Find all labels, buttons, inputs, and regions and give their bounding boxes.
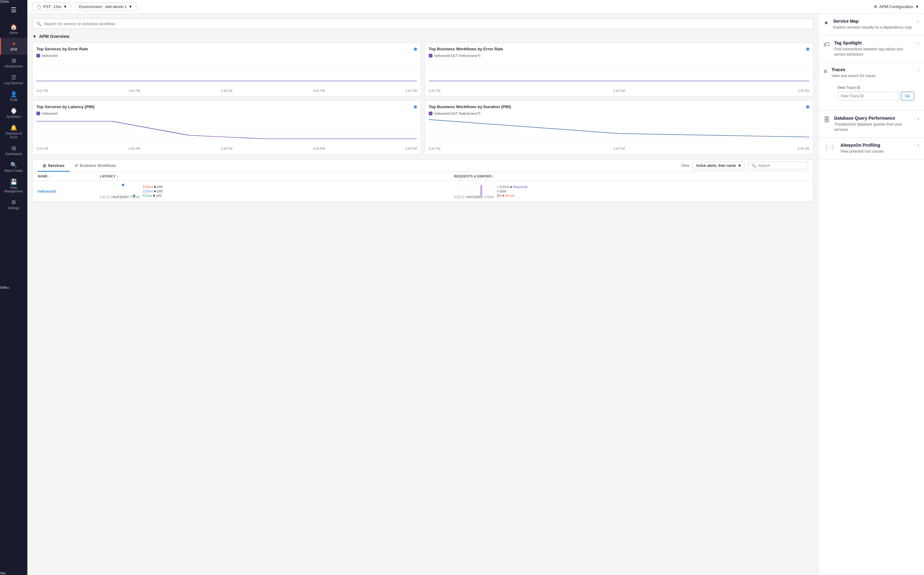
- section-title: APM Overview: [39, 34, 69, 39]
- requests-mini-chart: 4:32:12 PM TODAY 4:47:22 PM TODAY: [454, 183, 494, 199]
- tab-services[interactable]: ◎ Services: [38, 160, 70, 172]
- right-panel-traces[interactable]: ≡ Traces View and search for traces › Vi…: [819, 62, 924, 111]
- tag-spotlight-icon: 🏷: [824, 41, 830, 48]
- view-select-dropdown[interactable]: Active alerts, then name ▼: [692, 162, 745, 170]
- business-workflows-tab-label: Business Workflows: [80, 163, 116, 168]
- p90-value: 210ms ■ p90: [143, 189, 162, 193]
- alwayson-profiling-icon: ⋮⋮: [824, 143, 836, 151]
- alwayson-profiling-arrow-icon: ›: [918, 143, 919, 148]
- alwayson-profiling-desc: View potential root causes: [840, 149, 913, 154]
- latency-cell: 4:32:12 PM TODAY 4:47:22 PM TODAY 214ms …: [100, 183, 454, 199]
- right-panel-database-query-content: Database Query Performance Troubleshoot …: [834, 116, 913, 132]
- svg-point-12: [122, 184, 124, 186]
- environment-label: Environment : otel-derek-1: [79, 4, 127, 9]
- services-search-bar[interactable]: 🔍: [748, 162, 808, 170]
- chart-top-bw-error: Top Business Workflows by Error Rate hel…: [425, 43, 813, 97]
- gear-icon: ⚙: [874, 4, 877, 9]
- chart-area: [37, 118, 417, 146]
- chart-legend: helloworld:GET /hello/{name?}: [429, 111, 809, 115]
- chart-top-bw-duration: Top Business Workflows by Duration (P90)…: [425, 100, 813, 154]
- chart-top-services-latency: Top Services by Latency (P90) helloworld…: [32, 100, 421, 154]
- legend-color-swatch: [37, 111, 40, 115]
- charts-grid: Top Services by Error Rate helloworld 10…: [32, 43, 813, 154]
- right-panel-service-map[interactable]: ✦ Service Map Explore services visually …: [819, 14, 924, 35]
- service-map-arrow-icon: ›: [918, 19, 919, 24]
- legend-label: helloworld:GET /hello/{name?}: [434, 54, 480, 57]
- right-panel: ✦ Service Map Explore services visually …: [818, 14, 924, 575]
- col-name[interactable]: NAME ↑: [38, 175, 100, 178]
- chart-top-services-error: Top Services by Error Rate helloworld 10…: [32, 43, 421, 97]
- col-requests-errors[interactable]: REQUESTS & ERRORS ↓: [454, 175, 808, 178]
- service-search-input[interactable]: [44, 21, 809, 26]
- env-chevron-icon: ▼: [129, 4, 132, 9]
- trace-id-input[interactable]: [837, 92, 899, 100]
- database-query-arrow-icon: ›: [918, 116, 919, 121]
- alwayson-profiling-title: AlwaysOn Profiling: [840, 143, 913, 148]
- chart-x-labels: 4:45 PM 4:45 PM 4:46 PM 4:46 PM 4:46 PM: [37, 89, 417, 93]
- chart-area: [429, 60, 809, 88]
- traces-arrow-icon: ›: [918, 67, 919, 73]
- service-map-title: Service Map: [833, 19, 913, 24]
- topbar: 🕐 PST -15m ▼ Environment : otel-derek-1 …: [27, 0, 924, 14]
- traces-icon: ≡: [824, 68, 827, 75]
- requests-cell: 4:32:12 PM TODAY 4:47:22 PM TODAY < 0.01…: [454, 183, 808, 199]
- service-map-desc: Explore services visually on a dependenc…: [833, 25, 913, 30]
- right-panel-database-query[interactable]: 🗄 Database Query Performance Troubleshoo…: [819, 111, 924, 138]
- apm-configuration-button[interactable]: ⚙ APM Configuration ▼: [874, 4, 919, 9]
- view-label: View: [682, 164, 690, 168]
- req-errors: 0/s ■ Errors: [497, 194, 528, 197]
- right-panel-alwayson-profiling[interactable]: ⋮⋮ AlwaysOn Profiling View potential roo…: [819, 138, 924, 159]
- chart-status-dot: [806, 48, 809, 51]
- main-panel: 🔍 ▼ APM Overview Top Services by Error R…: [27, 14, 818, 575]
- svg-rect-15: [480, 185, 482, 196]
- chart-header: Top Services by Latency (P90): [37, 105, 417, 109]
- chart-x-labels: 4:45 PM 4:45 PM 4:46 PM 4:46 PM 4:46 PM: [37, 147, 417, 151]
- chart-area: [429, 118, 809, 146]
- tab-business-workflows[interactable]: ⇄ Business Workflows: [70, 160, 121, 172]
- apm-config-label: APM Configuration: [879, 4, 913, 9]
- right-panel-tag-spotlight-content: Tag Spotlight Find connections between t…: [834, 40, 913, 57]
- chart-svg: [37, 60, 417, 88]
- col-latency[interactable]: LATENCY ↓: [100, 175, 454, 178]
- legend-color-swatch: [429, 111, 433, 115]
- database-query-title: Database Query Performance: [834, 116, 913, 121]
- chart-status-dot: [806, 105, 809, 108]
- chart-status-dot: [414, 105, 417, 108]
- main-wrapper: 🕐 PST -15m ▼ Environment : otel-derek-1 …: [27, 0, 924, 575]
- legend-label: helloworld:GET /hello/{name?}: [434, 111, 480, 115]
- environment-button[interactable]: Environment : otel-derek-1 ▼: [75, 3, 137, 11]
- view-option-label: Active alerts, then name: [696, 164, 736, 168]
- services-search-input[interactable]: [758, 164, 805, 168]
- chart-title: Top Services by Error Rate: [37, 47, 88, 51]
- req-total: 3 total: [497, 189, 528, 193]
- chart-title: Top Business Workflows by Error Rate: [429, 47, 503, 51]
- trace-id-section: View Trace ID Go: [824, 83, 919, 105]
- p99-value: 214ms ■ p99: [143, 185, 162, 189]
- service-name-cell[interactable]: helloworld: [38, 189, 100, 194]
- time-chevron-icon: ▼: [63, 4, 67, 9]
- chart-title: Top Business Workflows by Duration (P90): [429, 105, 511, 109]
- right-panel-tag-spotlight[interactable]: 🏷 Tag Spotlight Find connections between…: [819, 35, 924, 62]
- chart-header: Top Business Workflows by Error Rate: [429, 47, 809, 51]
- chart-legend: helloworld:GET /hello/{name?}: [429, 54, 809, 57]
- services-area: ◎ Services ⇄ Business Workflows View Act…: [32, 159, 813, 202]
- apm-overview-header[interactable]: ▼ APM Overview: [32, 34, 813, 39]
- trace-id-go-button[interactable]: Go: [901, 92, 914, 100]
- chart-x-labels: 4:45 PM 4:45 PM 4:45 PM: [429, 89, 809, 93]
- apm-config-chevron-icon: ▼: [915, 4, 919, 9]
- chart-svg: [37, 118, 417, 146]
- search-icon: 🔍: [751, 164, 756, 168]
- chart-legend: helloworld: [37, 111, 417, 115]
- time-range-button[interactable]: 🕐 PST -15m ▼: [32, 3, 71, 11]
- chart-title: Top Services by Latency (P90): [37, 105, 94, 109]
- business-workflows-tab-icon: ⇄: [75, 163, 78, 168]
- service-search-bar[interactable]: 🔍: [32, 19, 813, 29]
- content-area: 🔍 ▼ APM Overview Top Services by Error R…: [27, 14, 924, 575]
- chart-svg: [429, 118, 809, 146]
- trace-id-row: Go: [837, 92, 914, 100]
- p50-value: 912µs ■ p50: [143, 194, 162, 197]
- latency-mini-chart: 4:32:12 PM TODAY 4:47:22 PM TODAY: [100, 183, 140, 199]
- trace-id-label: View Trace ID: [837, 86, 914, 90]
- table-row: helloworld 4:32:12 PM TODAY 4:47:22 PM T…: [33, 181, 813, 202]
- database-query-desc: Troubleshoot database queries from your …: [834, 122, 913, 132]
